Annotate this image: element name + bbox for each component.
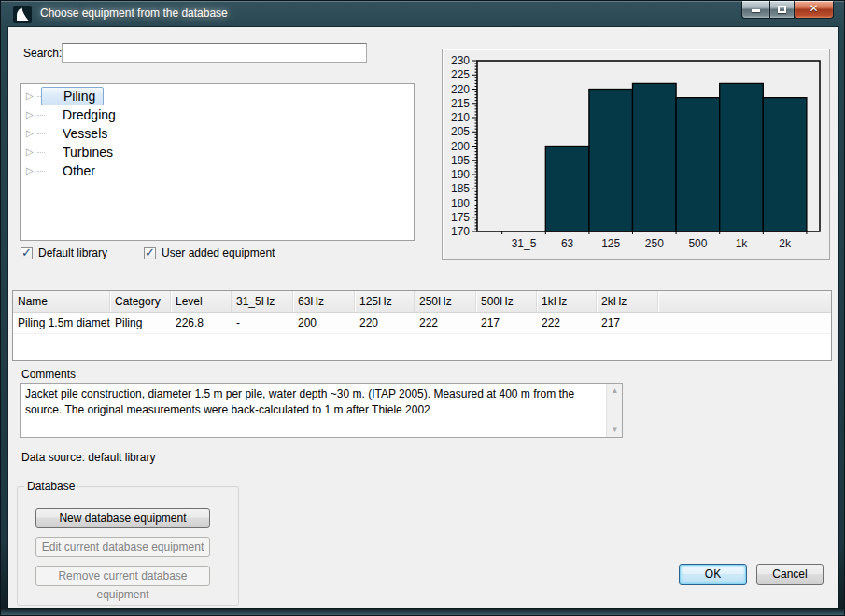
spectrum-chart: 1701751801851901952002052102152202252303… [443,49,829,259]
maximize-icon [778,6,786,13]
column-header-125hz[interactable]: 125Hz [355,291,415,312]
scroll-up-icon[interactable]: ▲ [607,384,623,398]
app-icon [13,6,32,23]
svg-text:180: 180 [451,197,470,210]
filter-user-added[interactable]: ✓User added equipment [144,246,275,259]
svg-text:250: 250 [645,237,664,250]
table-row[interactable]: Piling 1.5m diameterPiling226.8-20022022… [13,313,831,334]
svg-text:190: 190 [451,168,470,181]
svg-text:63: 63 [561,237,574,250]
table-cell: 220 [355,313,415,333]
checkbox-icon[interactable]: ✓ [21,247,33,259]
svg-text:200: 200 [451,140,470,153]
tree-item-label: Vessels [63,124,107,143]
minimize-button[interactable] [741,1,770,19]
tree-item-label: Dredging [63,105,116,124]
maximize-button[interactable] [769,1,795,19]
search-label: Search: [23,47,62,60]
expand-arrow-icon[interactable]: ▷ [26,87,34,105]
filter-default-library[interactable]: ✓Default library [21,246,107,259]
svg-text:215: 215 [451,97,470,110]
expand-arrow-icon[interactable]: ▷ [26,161,34,180]
tree-guide [37,171,45,172]
table-cell: 217 [476,313,537,333]
svg-text:225: 225 [451,68,470,81]
expand-arrow-icon[interactable]: ▷ [26,124,34,143]
comments-scrollbar[interactable]: ▲ ▼ [606,384,622,437]
checkbox-icon[interactable]: ✓ [144,247,156,259]
table-cell: Piling [110,313,171,333]
tree-guide [37,115,45,116]
column-header-2khz[interactable]: 2kHz [597,291,658,312]
column-header-category[interactable]: Category [110,291,171,312]
dialog-client-area: Search: ▷Piling▷Dredging▷Vessels▷Turbine… [8,27,838,608]
edit-database-equipment-button: Edit current database equipment [35,537,210,557]
tree-item-other[interactable]: ▷Other [21,161,414,180]
column-header-1khz[interactable]: 1kHz [537,291,597,312]
tree-item-label: Turbines [63,143,113,161]
svg-text:175: 175 [451,211,470,224]
cancel-button[interactable]: Cancel [756,564,824,585]
data-source-label: Data source: default library [21,451,155,464]
svg-text:230: 230 [451,54,470,67]
table-cell: 200 [293,313,355,333]
column-header-63hz[interactable]: 63Hz [293,291,355,312]
svg-text:170: 170 [451,225,470,238]
svg-text:220: 220 [451,83,470,96]
table-cell: 222 [415,313,476,333]
new-database-equipment-button[interactable]: New database equipment [35,508,210,528]
svg-text:195: 195 [451,154,470,167]
title-bar[interactable]: Choose equipment from the database ✕ [1,1,844,27]
search-input[interactable] [62,43,367,63]
window-title: Choose equipment from the database [40,1,228,26]
svg-text:31_5: 31_5 [512,237,537,250]
table-body: Piling 1.5m diameterPiling226.8-20022022… [13,313,831,334]
tree-item-piling[interactable]: ▷Piling [21,87,414,105]
database-groupbox: Database New database equipmentEdit curr… [17,486,239,606]
scroll-down-icon[interactable]: ▼ [607,423,623,437]
expand-arrow-icon[interactable]: ▷ [26,105,34,124]
equipment-table[interactable]: NameCategoryLevel31_5Hz63Hz125Hz250Hz500… [12,290,832,361]
table-cell: 217 [597,313,658,333]
column-header-level[interactable]: Level [171,291,232,312]
expand-arrow-icon[interactable]: ▷ [26,143,34,161]
table-cell: 226.8 [171,313,232,333]
minimize-icon [752,9,760,12]
comments-label: Comments [21,368,76,381]
comments-text: Jacket pile construction, diameter 1.5 m… [25,386,601,418]
tree-item-dredging[interactable]: ▷Dredging [21,105,414,124]
spectrum-chart-panel: 1701751801851901952002052102152202252303… [442,49,830,260]
tree-item-turbines[interactable]: ▷Turbines [21,143,414,161]
fin-icon [15,7,30,21]
table-header-row: NameCategoryLevel31_5Hz63Hz125Hz250Hz500… [13,291,831,313]
tree-item-label: Other [63,161,95,180]
column-header-250hz[interactable]: 250Hz [415,291,476,312]
remove-database-equipment-button: Remove current database equipment [35,566,210,586]
svg-text:500: 500 [688,237,707,250]
tree-item-vessels[interactable]: ▷Vessels [21,124,414,143]
table-cell: 222 [537,313,597,333]
table-cell: Piling 1.5m diameter [13,313,110,333]
close-button[interactable]: ✕ [794,1,834,19]
dialog-window: Choose equipment from the database ✕ Sea… [0,0,845,616]
comments-box[interactable]: Jacket pile construction, diameter 1.5 m… [20,383,623,438]
tree-guide [37,133,45,134]
tree-guide [37,152,45,153]
table-cell: - [232,313,293,333]
database-groupbox-label: Database [24,480,77,493]
column-header-name[interactable]: Name [13,291,110,312]
svg-text:125: 125 [601,237,620,250]
tree-item-label: Piling [41,87,104,105]
close-icon: ✕ [795,2,833,15]
svg-text:1k: 1k [736,237,749,250]
svg-text:210: 210 [451,111,470,124]
svg-text:2k: 2k [779,237,792,250]
equipment-tree[interactable]: ▷Piling▷Dredging▷Vessels▷Turbines▷Other [20,83,415,241]
column-header-500hz[interactable]: 500Hz [476,291,537,312]
checkbox-label: User added equipment [162,246,275,259]
column-header-31_5hz[interactable]: 31_5Hz [232,291,293,312]
svg-text:185: 185 [451,182,470,195]
caption-buttons: ✕ [742,1,834,19]
ok-button[interactable]: OK [679,564,747,585]
svg-text:205: 205 [451,125,470,138]
